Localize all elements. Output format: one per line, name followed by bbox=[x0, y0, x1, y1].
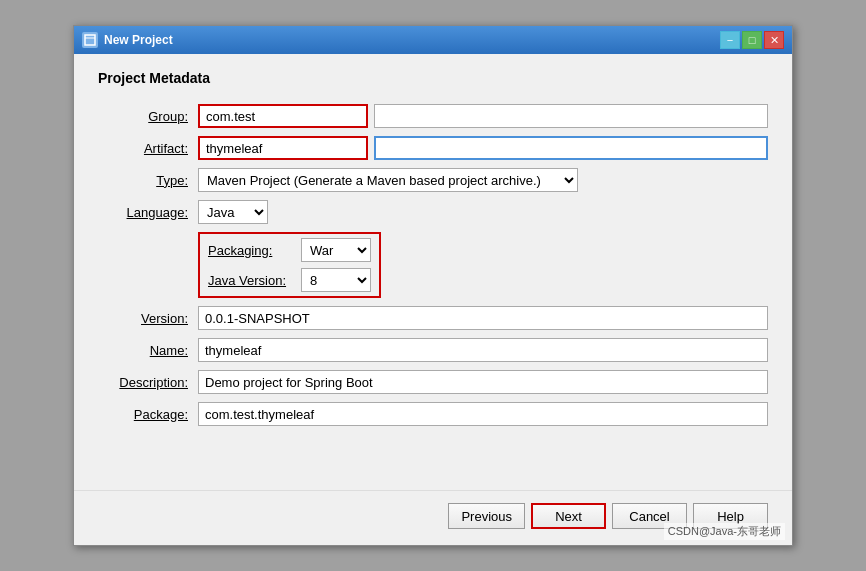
type-label: Type: bbox=[98, 173, 198, 188]
form-content: Project Metadata Group: Artifact: Typ bbox=[74, 54, 792, 450]
language-select[interactable]: Java bbox=[198, 200, 268, 224]
artifact-input-group bbox=[198, 136, 768, 160]
type-row: Type: Maven Project (Generate a Maven ba… bbox=[98, 168, 768, 192]
packaging-select[interactable]: War Jar bbox=[301, 238, 371, 262]
name-label: Name: bbox=[98, 343, 198, 358]
section-title: Project Metadata bbox=[98, 70, 768, 90]
package-label: Package: bbox=[98, 407, 198, 422]
svg-rect-0 bbox=[85, 35, 95, 45]
description-row: Description: bbox=[98, 370, 768, 394]
package-input[interactable] bbox=[198, 402, 768, 426]
version-row: Version: bbox=[98, 306, 768, 330]
minimize-button[interactable]: − bbox=[720, 31, 740, 49]
java-version-label: Java Version: bbox=[208, 273, 293, 288]
group-input-group bbox=[198, 104, 768, 128]
group-short-input[interactable] bbox=[198, 104, 368, 128]
title-bar-controls: − □ ✕ bbox=[720, 31, 784, 49]
package-row: Package: bbox=[98, 402, 768, 426]
language-label: Language: bbox=[98, 205, 198, 220]
description-input[interactable] bbox=[198, 370, 768, 394]
group-label: Group: bbox=[98, 109, 198, 124]
artifact-label: Artifact: bbox=[98, 141, 198, 156]
group-row: Group: bbox=[98, 104, 768, 128]
window-title: New Project bbox=[104, 33, 173, 47]
java-version-inner-row: Java Version: 8 11 17 bbox=[208, 268, 371, 292]
artifact-row: Artifact: bbox=[98, 136, 768, 160]
version-input[interactable] bbox=[198, 306, 768, 330]
java-version-select[interactable]: 8 11 17 bbox=[301, 268, 371, 292]
packaging-label: Packaging: bbox=[208, 243, 293, 258]
name-row: Name: bbox=[98, 338, 768, 362]
packaging-box: Packaging: War Jar Java Version: 8 11 17 bbox=[198, 232, 381, 298]
maximize-button[interactable]: □ bbox=[742, 31, 762, 49]
packaging-java-row: Packaging: War Jar Java Version: 8 11 17 bbox=[98, 232, 768, 298]
close-button[interactable]: ✕ bbox=[764, 31, 784, 49]
name-input[interactable] bbox=[198, 338, 768, 362]
title-bar: New Project − □ ✕ bbox=[74, 26, 792, 54]
version-label: Version: bbox=[98, 311, 198, 326]
type-select[interactable]: Maven Project (Generate a Maven based pr… bbox=[198, 168, 578, 192]
next-button[interactable]: Next bbox=[531, 503, 606, 529]
new-project-dialog: New Project − □ ✕ Project Metadata Group… bbox=[73, 25, 793, 546]
description-label: Description: bbox=[98, 375, 198, 390]
window-icon bbox=[82, 32, 98, 48]
language-row: Language: Java bbox=[98, 200, 768, 224]
title-bar-left: New Project bbox=[82, 32, 173, 48]
packaging-inner-row: Packaging: War Jar bbox=[208, 238, 371, 262]
watermark: CSDN@Java-东哥老师 bbox=[664, 523, 785, 540]
artifact-short-input[interactable] bbox=[198, 136, 368, 160]
previous-button[interactable]: Previous bbox=[448, 503, 525, 529]
group-long-input[interactable] bbox=[374, 104, 768, 128]
spacer bbox=[74, 450, 792, 490]
artifact-long-input[interactable] bbox=[374, 136, 768, 160]
